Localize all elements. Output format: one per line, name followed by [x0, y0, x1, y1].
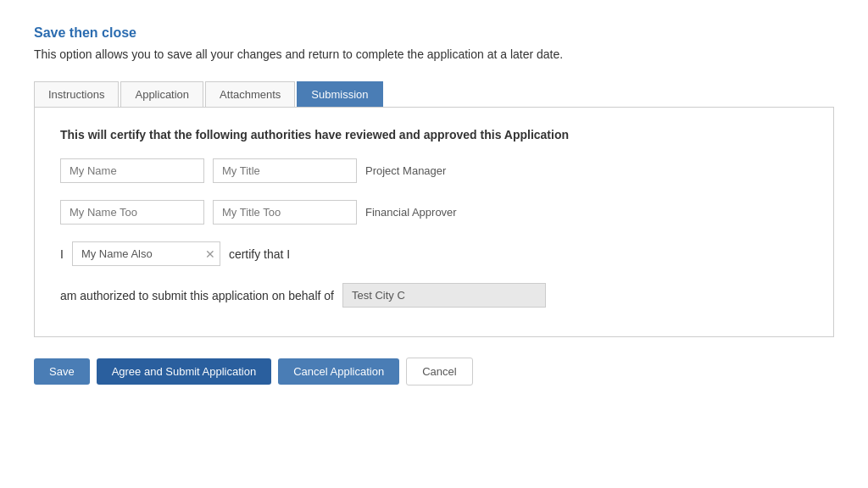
authorized-text: am authorized to submit this application…: [60, 289, 334, 302]
title-input-1[interactable]: [213, 158, 357, 183]
name-also-input[interactable]: [72, 241, 220, 266]
save-description: This option allows you to save all your …: [34, 47, 834, 61]
tab-application[interactable]: Application: [120, 81, 203, 107]
form-row-1: Project Manager: [60, 158, 808, 183]
agree-submit-button[interactable]: Agree and Submit Application: [97, 358, 272, 385]
certify-row: I ✕ certify that I: [60, 241, 808, 266]
form-row-2: Financial Approver: [60, 200, 808, 225]
tab-instructions[interactable]: Instructions: [34, 81, 119, 107]
name-input-2[interactable]: [60, 200, 204, 225]
title-input-2[interactable]: [213, 200, 357, 225]
name-input-1[interactable]: [60, 158, 204, 183]
save-button[interactable]: Save: [34, 358, 90, 385]
role-label-1: Project Manager: [365, 164, 446, 177]
tab-submission[interactable]: Submission: [297, 81, 382, 107]
role-label-2: Financial Approver: [365, 206, 457, 219]
certify-i-label: I: [60, 247, 64, 261]
save-then-close-title: Save then close: [34, 25, 834, 41]
cancel-button[interactable]: Cancel: [406, 358, 472, 385]
form-container: This will certify that the following aut…: [34, 108, 834, 337]
certify-heading: This will certify that the following aut…: [60, 128, 808, 141]
tab-attachments[interactable]: Attachments: [205, 81, 295, 107]
clear-name-also-button[interactable]: ✕: [205, 248, 215, 260]
org-input[interactable]: [342, 283, 546, 308]
cancel-application-button[interactable]: Cancel Application: [278, 358, 399, 385]
buttons-row: Save Agree and Submit Application Cancel…: [34, 358, 834, 385]
authorized-row: am authorized to submit this application…: [60, 283, 808, 308]
name-also-input-wrapper: ✕: [72, 241, 220, 266]
certify-that-label: certify that I: [229, 247, 290, 261]
tabs-container: Instructions Application Attachments Sub…: [34, 81, 834, 108]
